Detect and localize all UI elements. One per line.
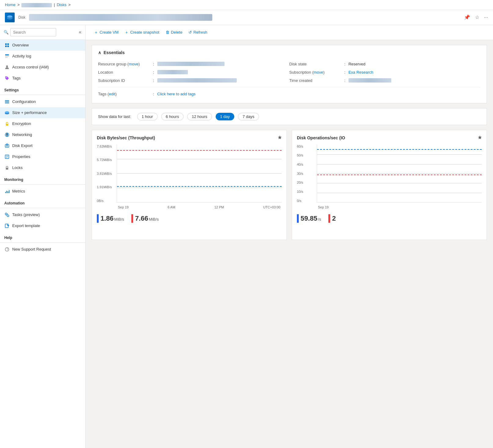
essentials-chevron: ∧ (98, 50, 101, 55)
sidebar-item-networking[interactable]: Networking (0, 129, 85, 140)
grid-line (317, 154, 482, 155)
sidebar-item-tasks[interactable]: Tasks (preview) (0, 209, 85, 220)
breadcrumb-sep3: > (68, 2, 71, 7)
svg-rect-16 (6, 124, 8, 126)
essentials-row-location: Location : (98, 68, 289, 76)
disk-icon (5, 13, 15, 22)
search-input[interactable] (10, 28, 56, 36)
sidebar-item-configuration-label: Configuration (12, 99, 36, 104)
time-created-label: Time created (289, 78, 344, 83)
time-1hour-button[interactable]: 1 hour (137, 113, 158, 120)
ops-value-1: 59.85 (301, 215, 317, 222)
search-icon: 🔍 (4, 30, 9, 35)
operations-plot (317, 145, 482, 203)
resource-header: Disk 📌 ☆ ··· (0, 10, 493, 25)
sidebar-item-locks-label: Locks (12, 165, 23, 170)
time-1day-button[interactable]: 1 day (216, 113, 235, 120)
svg-point-9 (6, 65, 8, 67)
time-6hours-button[interactable]: 6 hours (161, 113, 184, 120)
throughput-pin-icon[interactable] (277, 135, 282, 141)
help-section-label: Help (0, 231, 85, 241)
sidebar-item-new-support[interactable]: ? New Support Request (0, 244, 85, 255)
throughput-y-labels: 7.63MiB/s 5.72MiB/s 3.81MiB/s 1.91MiB/s … (97, 145, 117, 203)
sidebar-item-tags[interactable]: Tags (0, 73, 85, 84)
throughput-value-2: 7.66 (135, 215, 148, 222)
tags-label: Tags (edit) (98, 92, 153, 96)
grid-line (117, 188, 282, 188)
svg-rect-6 (5, 54, 9, 55)
sidebar-item-disk-export[interactable]: Disk Export (0, 140, 85, 151)
sidebar-item-properties[interactable]: Properties (0, 151, 85, 162)
breadcrumb: Home > | Disks > (0, 0, 493, 10)
breadcrumb-home[interactable]: Home (5, 2, 16, 7)
resource-group-label: Resource group (move) (98, 62, 153, 66)
ops-color-1 (297, 214, 299, 223)
sidebar-item-iam[interactable]: Access control (IAM) (0, 62, 85, 73)
operations-y-labels: 60/s 50/s 40/s 30/s 20/s 10/s 0/s (297, 145, 317, 203)
collapse-sidebar-button[interactable]: « (79, 29, 82, 35)
delete-button[interactable]: 🗑 Delete (163, 28, 185, 36)
help-divider (0, 242, 85, 243)
throughput-unit-1: MiB/s (114, 217, 124, 222)
sidebar-item-properties-label: Properties (12, 154, 30, 159)
svg-rect-13 (5, 103, 9, 103)
essentials-header[interactable]: ∧ Essentials (98, 50, 480, 55)
sidebar-item-metrics[interactable]: Metrics (0, 186, 85, 197)
show-data-section: Show data for last: 1 hour 6 hours 12 ho… (92, 108, 487, 125)
breadcrumb-disks[interactable]: Disks (57, 2, 67, 7)
create-vm-button[interactable]: ＋ Create VM (92, 28, 121, 37)
operations-chart-area: 60/s 50/s 40/s 30/s 20/s 10/s 0/s (297, 145, 482, 212)
snapshot-icon: ＋ (125, 30, 129, 35)
subscription-link[interactable]: Exa Research (349, 70, 374, 75)
refresh-button[interactable]: ↺ Refresh (186, 28, 210, 36)
essentials-row-disk-state: Disk state : Reserved (289, 60, 480, 68)
grid-line (117, 159, 282, 159)
automation-section-label: Automation (0, 197, 85, 207)
svg-rect-8 (5, 57, 8, 58)
ops-unit-1: /s (318, 217, 321, 222)
grid-line (317, 193, 482, 193)
resource-group-move-link[interactable]: move (129, 62, 138, 66)
sidebar-item-encryption[interactable]: Encryption (0, 118, 85, 129)
sidebar-item-metrics-label: Metrics (12, 189, 25, 193)
time-12hours-button[interactable]: 12 hours (187, 113, 212, 120)
add-tags-link[interactable]: Click here to add tags (157, 92, 196, 96)
sidebar-item-overview[interactable]: Overview (0, 40, 85, 51)
delete-label: Delete (171, 30, 183, 35)
network-icon (4, 132, 10, 138)
header-actions: 📌 ☆ ··· (464, 14, 488, 20)
toolbar: ＋ Create VM ＋ Create snapshot 🗑 Delete ↺… (86, 25, 493, 40)
operations-metric-1: 59.85 /s (297, 214, 321, 223)
sidebar-item-new-support-label: New Support Request (12, 247, 51, 252)
more-button[interactable]: ··· (484, 14, 488, 20)
sidebar-item-locks[interactable]: Locks (0, 162, 85, 173)
sidebar-item-export-template[interactable]: Export template (0, 220, 85, 231)
refresh-label: Refresh (193, 30, 207, 35)
properties-icon (4, 154, 10, 160)
tags-edit-link[interactable]: edit (109, 92, 115, 96)
throughput-chart: Disk Bytes/sec (Throughput) 7.63MiB/s 5.… (92, 130, 287, 240)
favorite-button[interactable]: ☆ (475, 14, 479, 20)
tasks-icon (4, 212, 10, 218)
blue-actual-line (117, 186, 282, 187)
sidebar-item-tags-label: Tags (12, 76, 20, 80)
throughput-color-2 (131, 214, 133, 223)
essentials-section: ∧ Essentials Resource group (move) : (92, 45, 487, 103)
tags-value: : Click here to add tags (153, 92, 195, 96)
sidebar-item-activity-log[interactable]: Activity log (0, 51, 85, 62)
create-snapshot-button[interactable]: ＋ Create snapshot (122, 28, 162, 37)
operations-pin-icon[interactable] (477, 135, 482, 141)
svg-rect-26 (8, 191, 8, 193)
time-7days-button[interactable]: 7 days (238, 113, 259, 120)
svg-rect-12 (5, 101, 9, 102)
throughput-x-labels: Sep 19 6 AM 12 PM UTC+03:00 (117, 203, 282, 212)
pin-button[interactable]: 📌 (464, 14, 470, 20)
sidebar: 🔍 « Overview Activity log (0, 25, 86, 448)
sidebar-item-networking-label: Networking (12, 132, 32, 137)
export-template-icon (4, 223, 10, 229)
sidebar-item-size-performance[interactable]: Size + performance (0, 107, 85, 118)
svg-rect-7 (5, 56, 9, 57)
sidebar-item-configuration[interactable]: Configuration (0, 96, 85, 107)
subscription-move-link[interactable]: move (313, 70, 323, 75)
locks-icon (4, 165, 10, 171)
